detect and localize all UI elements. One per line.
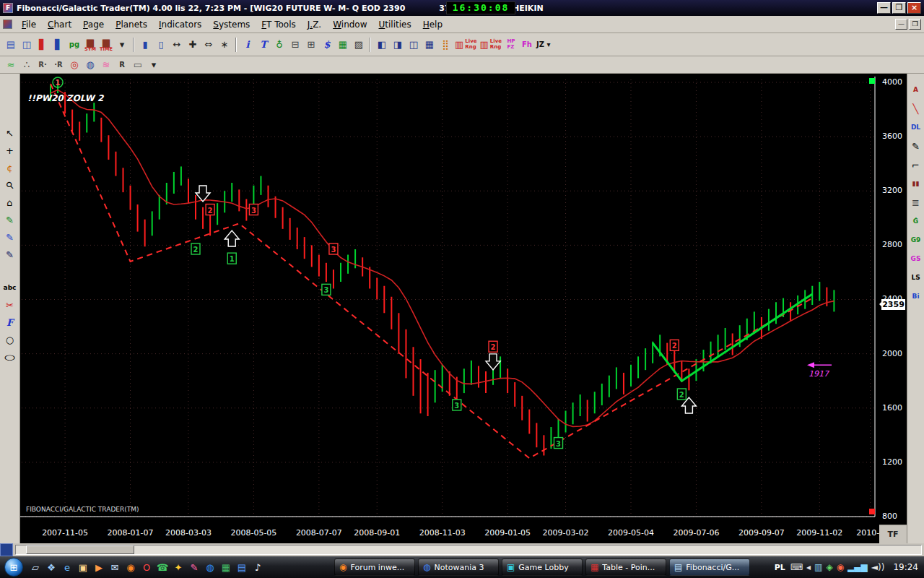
- pencil-blue-tool-icon[interactable]: ✎: [2, 230, 18, 244]
- dots-icon[interactable]: ∴: [19, 56, 35, 74]
- language-indicator[interactable]: PL: [775, 563, 785, 572]
- waves-icon[interactable]: ≋: [98, 56, 114, 74]
- symbol-icon[interactable]: ▆SYM: [82, 36, 98, 53]
- timeframe-dropdown-icon[interactable]: ▾: [114, 36, 130, 53]
- restore-button[interactable]: ❒: [892, 2, 906, 14]
- hp-fz-icon[interactable]: HPFZ: [503, 36, 519, 53]
- globe-icon[interactable]: ◍: [82, 56, 98, 74]
- fibonacci-tool-icon[interactable]: F: [2, 315, 18, 329]
- pencil-green-tool-icon[interactable]: ✎: [2, 212, 18, 227]
- alert-icon[interactable]: ◉: [837, 562, 844, 572]
- pg-icon[interactable]: pg: [66, 36, 82, 53]
- phone-icon[interactable]: ☎: [155, 559, 170, 575]
- fh-icon[interactable]: Fh: [519, 36, 535, 53]
- coin-tool-icon[interactable]: ¢: [2, 160, 18, 175]
- asterisk-icon[interactable]: ∗: [217, 36, 232, 53]
- menu-item-file[interactable]: File: [16, 17, 42, 32]
- volume-icon[interactable]: ◄)): [871, 562, 885, 572]
- switch-windows-icon[interactable]: ❖: [44, 559, 58, 575]
- candle-icon[interactable]: ▮: [137, 36, 153, 53]
- horizontal-scrollbar[interactable]: [15, 545, 922, 555]
- zoom-in-tool-icon[interactable]: ⚲: [2, 178, 18, 192]
- g-dot-tool-icon[interactable]: Ġ: [908, 214, 924, 228]
- combo-chart-icon[interactable]: ▨: [351, 36, 367, 53]
- bars-tool-icon[interactable]: ▮▮: [908, 176, 924, 191]
- globe-icon[interactable]: ◍: [203, 559, 217, 575]
- dollar-icon[interactable]: $: [319, 36, 335, 53]
- menu-item-systems[interactable]: Systems: [207, 17, 256, 32]
- taskbar-clock[interactable]: 19:24: [893, 562, 918, 572]
- menu-item-chart[interactable]: Chart: [42, 17, 77, 32]
- show-desktop-icon[interactable]: ▱: [28, 559, 43, 575]
- new-chart-icon[interactable]: ▤: [3, 36, 19, 53]
- open-page-icon[interactable]: ◫: [19, 36, 35, 53]
- music-icon[interactable]: ♪: [250, 559, 265, 575]
- dl-tool-icon[interactable]: DL: [908, 120, 924, 134]
- pane-layout3-icon[interactable]: ◫: [406, 36, 422, 53]
- device-icon[interactable]: ◈: [826, 562, 832, 572]
- r-tool-icon[interactable]: R: [114, 56, 130, 74]
- lines-tool-icon[interactable]: ≣: [908, 195, 924, 210]
- start-button[interactable]: ⊞: [4, 558, 23, 577]
- minimize-button[interactable]: —: [877, 2, 891, 14]
- timeframe-icon[interactable]: ▆TIME: [98, 36, 114, 53]
- print-icon[interactable]: ⊟: [287, 36, 303, 53]
- style-dropdown-icon[interactable]: ▾: [146, 56, 162, 74]
- taskbar-button-notowania[interactable]: ◍Notowania 3: [418, 558, 499, 576]
- firefox-icon[interactable]: ◉: [123, 559, 138, 575]
- crosshair-tool-icon[interactable]: +: [2, 143, 18, 158]
- expand-icon[interactable]: ⇔: [201, 36, 217, 53]
- taskbar-button-table[interactable]: ▦Table - Poin...: [585, 558, 666, 576]
- menu-item-planets[interactable]: Planets: [110, 17, 153, 32]
- angle-a-tool-icon[interactable]: A: [908, 82, 924, 97]
- horizontal-scrollbar-thumb[interactable]: [26, 545, 134, 554]
- taskbar-button-game-lobby[interactable]: ▣Game Lobby: [502, 558, 583, 576]
- ray-tool-icon[interactable]: ⌐: [908, 158, 924, 172]
- keyboard-icon[interactable]: ⌨: [790, 562, 803, 572]
- pane-grid-icon[interactable]: ▦: [422, 36, 437, 53]
- pencil-navy-tool-icon[interactable]: ✎: [2, 247, 18, 262]
- folder-icon[interactable]: ▣: [76, 559, 90, 575]
- pane-layout1-icon[interactable]: ◧: [374, 36, 390, 53]
- gs-tool-icon[interactable]: GS: [908, 251, 924, 266]
- zoom-home-tool-icon[interactable]: ⌂: [2, 195, 18, 210]
- horizontal-arrows-icon[interactable]: ↔: [169, 36, 185, 53]
- menu-item-page[interactable]: Page: [77, 17, 110, 32]
- mdi-minimize-button[interactable]: —: [895, 19, 907, 30]
- jz-menu-icon[interactable]: JZ ▾: [535, 36, 552, 53]
- ellipse-tool-icon[interactable]: ○: [2, 350, 18, 364]
- opera-icon[interactable]: O: [139, 559, 154, 575]
- timeframe-corner-box[interactable]: TF: [879, 525, 907, 543]
- network-icon[interactable]: ▂▄▆: [847, 562, 868, 572]
- collapse-tray-icon[interactable]: ◂: [806, 562, 811, 572]
- mail-icon[interactable]: ✉: [108, 559, 122, 575]
- calculator-icon[interactable]: ⊞: [303, 36, 319, 53]
- close-button[interactable]: ×: [907, 2, 921, 14]
- browser-e-icon[interactable]: e: [60, 559, 74, 575]
- cut-tool-icon[interactable]: ✂: [2, 298, 18, 312]
- style-box-icon[interactable]: ▭: [130, 56, 146, 74]
- menu-item-jz[interactable]: J.Z.: [302, 17, 327, 32]
- bars-red-icon[interactable]: ▋: [35, 36, 51, 53]
- menu-item-fttools[interactable]: FT Tools: [256, 17, 301, 32]
- pencil-script-icon[interactable]: i: [240, 36, 256, 53]
- pencil-line-tool-icon[interactable]: ✎: [908, 139, 924, 153]
- pointer-tool-icon[interactable]: ↖: [2, 126, 18, 140]
- heatmap-icon[interactable]: ⣿: [437, 36, 453, 53]
- retracement-up-icon[interactable]: R·: [35, 56, 51, 74]
- circle-tool-icon[interactable]: ○: [2, 332, 18, 347]
- key-icon[interactable]: ✦: [171, 559, 186, 575]
- media-player-icon[interactable]: ▶: [92, 559, 106, 575]
- menu-item-help[interactable]: Help: [417, 17, 448, 32]
- planet-icon[interactable]: ♁: [271, 36, 287, 53]
- move-icon[interactable]: ✚: [185, 36, 201, 53]
- candle-outline-icon[interactable]: ▯: [153, 36, 169, 53]
- trendline-red-tool-icon[interactable]: ╲: [908, 101, 924, 116]
- bars-blue-icon[interactable]: ▋: [51, 36, 66, 53]
- text-tool-icon[interactable]: T: [256, 36, 271, 53]
- menu-item-utilities[interactable]: Utilities: [373, 17, 417, 32]
- menu-item-indicators[interactable]: Indicators: [153, 17, 207, 32]
- target-icon[interactable]: ◎: [66, 56, 82, 74]
- zigzag-draw-icon[interactable]: ≈: [3, 56, 19, 74]
- bi-tool-icon[interactable]: Bi: [908, 289, 924, 303]
